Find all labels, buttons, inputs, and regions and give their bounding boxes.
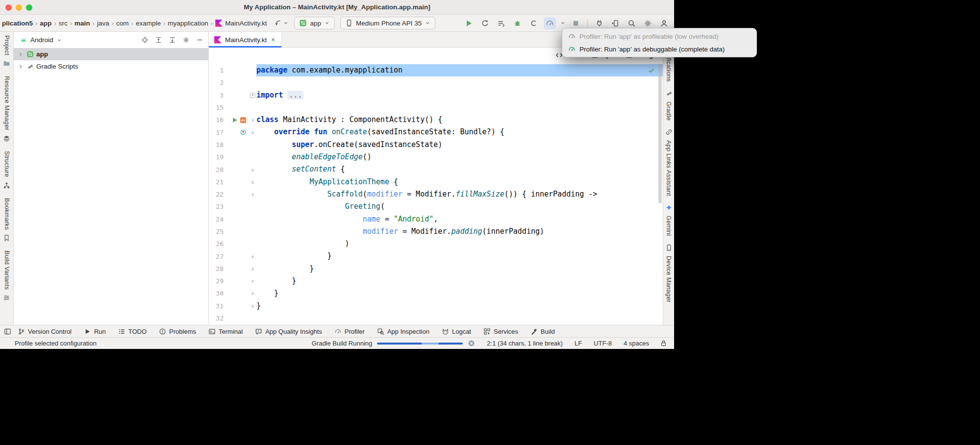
apply-changes-button[interactable] <box>479 17 491 29</box>
search-everywhere-button[interactable] <box>626 17 638 29</box>
line-number[interactable]: 23 <box>209 203 224 210</box>
fold-marker[interactable]: ∨ <box>249 192 256 197</box>
line-number[interactable]: 2 <box>209 79 224 86</box>
line-number[interactable]: 18 <box>209 141 224 148</box>
code-line[interactable]: 23 Greeting( <box>209 200 663 213</box>
tree-expand-icon[interactable] <box>17 63 24 70</box>
sidebar-item-build-variants[interactable]: Build Variants <box>3 250 10 301</box>
line-number[interactable]: 27 <box>209 253 224 260</box>
toolwindow-button-problems[interactable]: Problems <box>159 328 196 335</box>
line-number[interactable]: 20 <box>209 166 224 173</box>
override-gutter-icon[interactable] <box>240 129 247 136</box>
code-line[interactable]: 27∧ } <box>209 250 663 262</box>
vcs-update-button[interactable] <box>274 19 289 27</box>
breadcrumb-item-app[interactable]: app <box>39 20 52 27</box>
code-line[interactable]: 1package com.example.myapplication <box>209 64 663 76</box>
fold-marker[interactable]: ∧ <box>249 278 256 284</box>
code-line[interactable]: 22∨ Scaffold(modifier = Modifier.fillMax… <box>209 188 663 200</box>
inspection-ok-icon[interactable] <box>648 67 655 74</box>
breadcrumb-item-mainactivity-kt[interactable]: MainActivity.kt <box>215 20 267 27</box>
profiler-popup-item[interactable]: Profiler: Run 'app' as profileable (low … <box>562 30 756 43</box>
tree-expand-icon[interactable] <box>17 51 24 58</box>
run-button[interactable] <box>463 17 475 29</box>
code-line[interactable]: 26 ) <box>209 238 663 250</box>
code-line[interactable]: 32 <box>209 312 663 324</box>
toolwindow-button-terminal[interactable]: Terminal <box>208 328 243 335</box>
close-tab-icon[interactable] <box>270 37 276 43</box>
breadcrumb-item-plication5[interactable]: plication5 <box>1 20 33 27</box>
line-number[interactable]: 28 <box>209 265 224 272</box>
code-line[interactable]: 30∧ } <box>209 287 663 299</box>
fold-marker[interactable]: + <box>249 93 256 98</box>
code-line[interactable]: 18 super.onCreate(savedInstanceState) <box>209 139 663 151</box>
line-number[interactable]: 15 <box>209 104 224 111</box>
fold-marker[interactable]: ∧ <box>249 291 256 296</box>
code-line[interactable]: 20∨ setContent { <box>209 163 663 175</box>
code-line[interactable]: 15 <box>209 101 663 114</box>
expand-all-icon[interactable] <box>155 36 162 44</box>
cancel-build-icon[interactable] <box>468 340 475 347</box>
breadcrumb-item-myapplication[interactable]: myapplication <box>167 20 209 27</box>
breadcrumb-item-com[interactable]: com <box>116 20 129 27</box>
line-number[interactable]: 1 <box>209 67 224 74</box>
encoding[interactable]: UTF-8 <box>594 340 612 347</box>
line-number[interactable]: 30 <box>209 290 224 297</box>
compose-gutter-icon[interactable]: <> <box>240 117 247 124</box>
line-number[interactable]: 22 <box>209 191 224 198</box>
lock-icon[interactable] <box>660 340 667 347</box>
sidebar-item-app-links-assistant[interactable]: App Links Assistant <box>665 128 673 196</box>
toolwindow-button-app-inspection[interactable]: App Inspection <box>377 328 429 335</box>
profiler-dropdown-chevron[interactable] <box>560 20 566 26</box>
device-mirror-button[interactable] <box>609 17 622 29</box>
breadcrumb-item-src[interactable]: src <box>58 20 68 27</box>
code-line[interactable]: 17∨ override fun onCreate(savedInstanceS… <box>209 126 663 138</box>
indent-size[interactable]: 4 spaces <box>624 340 649 347</box>
line-number[interactable]: 3 <box>209 92 224 99</box>
profiler-popup-item[interactable]: Profiler: Run 'app' as debuggable (compl… <box>562 43 756 55</box>
fold-marker[interactable]: ∨ <box>249 130 256 135</box>
breadcrumb-item-main[interactable]: main <box>74 20 91 27</box>
line-number[interactable]: 19 <box>209 153 224 161</box>
toolwindow-button-version-control[interactable]: Version Control <box>18 328 72 335</box>
caret-position[interactable]: 2:1 (34 chars, 1 line break) <box>487 340 563 347</box>
toolwindow-button-run[interactable]: Run <box>84 328 106 335</box>
line-number[interactable]: 25 <box>209 228 224 235</box>
fold-marker[interactable]: ∨ <box>249 117 256 123</box>
minus-icon[interactable] <box>196 36 203 44</box>
run-config-selector[interactable]: app <box>294 17 335 29</box>
toolwindow-button-build[interactable]: Build <box>530 328 555 335</box>
code-line[interactable]: 28∧ } <box>209 263 663 275</box>
toolwindow-button-todo[interactable]: TODO <box>118 328 147 335</box>
code-line[interactable]: 31∧} <box>209 300 663 312</box>
attach-debugger-button[interactable] <box>593 17 605 29</box>
zoom-button[interactable] <box>26 4 32 11</box>
line-number[interactable]: 32 <box>209 315 224 322</box>
tree-item-app[interactable]: app <box>14 48 208 60</box>
line-number[interactable]: 17 <box>209 129 224 136</box>
tool-window-layout-icon[interactable] <box>4 328 11 335</box>
line-number[interactable]: 21 <box>209 178 224 186</box>
line-number[interactable]: 24 <box>209 216 224 223</box>
tree-item-gradle-scripts[interactable]: Gradle Scripts <box>14 60 208 73</box>
sidebar-item-resource-manager[interactable]: Resource Manager <box>3 76 10 142</box>
debug-button[interactable] <box>511 17 524 29</box>
apply-code-changes-button[interactable] <box>495 17 507 29</box>
sidebar-item-structure[interactable]: Structure <box>3 151 10 189</box>
collapse-all-icon[interactable] <box>169 36 176 44</box>
toolwindow-button-app-quality-insights[interactable]: App Quality Insights <box>255 328 322 335</box>
toolwindow-button-services[interactable]: Services <box>483 328 518 335</box>
settings-button[interactable] <box>642 17 654 29</box>
code-editor[interactable]: 1package com.example.myapplication23+imp… <box>209 48 663 325</box>
fold-plus-icon[interactable]: + <box>250 93 255 98</box>
line-ending[interactable]: LF <box>575 340 582 347</box>
code-line[interactable]: 16<>∨class MainActivity : ComponentActiv… <box>209 114 663 126</box>
profiler-button[interactable] <box>544 17 556 29</box>
sidebar-item-gemini[interactable]: Gemini <box>665 204 673 236</box>
toolwindow-button-profiler[interactable]: Profiler <box>334 328 365 335</box>
code-line[interactable]: 19 enableEdgeToEdge() <box>209 151 663 163</box>
code-line[interactable]: 24 name = "Android", <box>209 213 663 225</box>
code-line[interactable]: 21∨ MyApplicationTheme { <box>209 176 663 188</box>
line-number[interactable]: 16 <box>209 116 224 124</box>
sidebar-item-device-manager[interactable]: Device Manager <box>665 244 673 302</box>
line-number[interactable]: 26 <box>209 240 224 247</box>
